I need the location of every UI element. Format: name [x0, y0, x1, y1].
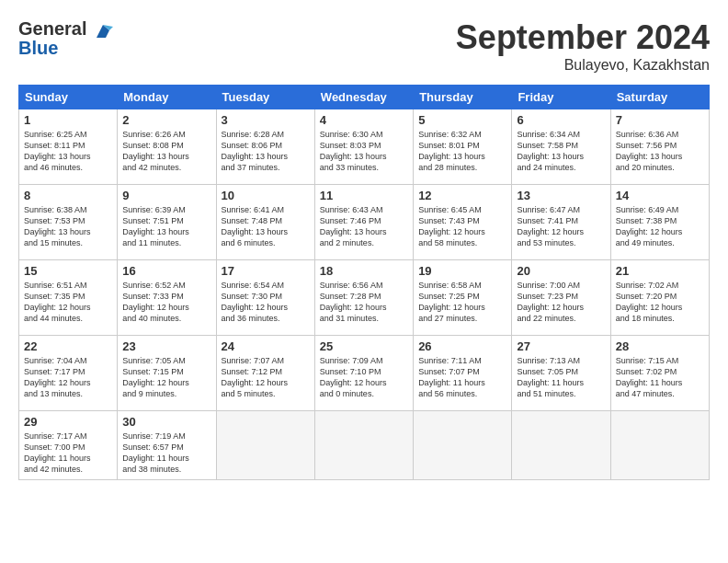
day-info: Sunrise: 6:25 AMSunset: 8:11 PMDaylight:…: [24, 129, 112, 174]
day-info: Sunrise: 7:00 AMSunset: 7:23 PMDaylight:…: [517, 280, 605, 325]
calendar-cell: 30Sunrise: 7:19 AMSunset: 6:57 PMDayligh…: [118, 411, 216, 480]
day-number: 7: [616, 113, 704, 127]
calendar-cell: 18Sunrise: 6:56 AMSunset: 7:28 PMDayligh…: [314, 260, 413, 336]
page: General Blue September 2024 Bulayevo, Ka…: [0, 0, 728, 563]
day-info: Sunrise: 7:17 AMSunset: 7:00 PMDaylight:…: [24, 431, 112, 476]
day-info: Sunrise: 7:11 AMSunset: 7:07 PMDaylight:…: [418, 355, 506, 400]
day-info: Sunrise: 7:09 AMSunset: 7:10 PMDaylight:…: [320, 355, 408, 400]
day-info: Sunrise: 6:32 AMSunset: 8:01 PMDaylight:…: [418, 129, 506, 174]
day-number: 29: [24, 415, 112, 429]
day-info: Sunrise: 6:28 AMSunset: 8:06 PMDaylight:…: [222, 129, 310, 174]
day-number: 13: [517, 189, 605, 202]
day-number: 23: [122, 339, 210, 353]
header: General Blue September 2024 Bulayevo, Ka…: [18, 18, 710, 74]
day-info: Sunrise: 6:58 AMSunset: 7:25 PMDaylight:…: [418, 280, 506, 325]
logo: General Blue: [18, 18, 115, 59]
day-info: Sunrise: 6:49 AMSunset: 7:38 PMDaylight:…: [616, 204, 704, 249]
day-number: 28: [616, 339, 704, 353]
day-info: Sunrise: 6:30 AMSunset: 8:03 PMDaylight:…: [320, 129, 408, 174]
day-number: 21: [616, 264, 704, 278]
day-number: 2: [122, 113, 210, 127]
calendar-cell: 7Sunrise: 6:36 AMSunset: 7:56 PMDaylight…: [610, 109, 709, 185]
calendar-cell: 6Sunrise: 6:34 AMSunset: 7:58 PMDaylight…: [512, 109, 610, 185]
day-info: Sunrise: 6:39 AMSunset: 7:51 PMDaylight:…: [122, 204, 210, 249]
calendar-cell: 4Sunrise: 6:30 AMSunset: 8:03 PMDaylight…: [314, 109, 413, 185]
day-number: 3: [222, 113, 310, 127]
logo-icon: [93, 21, 113, 41]
calendar-cell: 14Sunrise: 6:49 AMSunset: 7:38 PMDayligh…: [610, 185, 709, 260]
day-number: 24: [222, 339, 310, 353]
calendar-cell: [216, 411, 314, 480]
day-info: Sunrise: 6:45 AMSunset: 7:43 PMDaylight:…: [418, 204, 506, 249]
day-number: 11: [320, 189, 408, 202]
day-number: 4: [320, 113, 408, 127]
col-tuesday: Tuesday: [216, 86, 314, 109]
calendar-cell: 28Sunrise: 7:15 AMSunset: 7:02 PMDayligh…: [610, 336, 709, 411]
day-number: 26: [418, 339, 506, 353]
day-number: 20: [517, 264, 605, 278]
calendar-cell: 21Sunrise: 7:02 AMSunset: 7:20 PMDayligh…: [610, 260, 709, 336]
header-row: Sunday Monday Tuesday Wednesday Thursday…: [19, 86, 710, 109]
day-number: 6: [517, 113, 605, 127]
day-number: 19: [418, 264, 506, 278]
calendar-cell: 25Sunrise: 7:09 AMSunset: 7:10 PMDayligh…: [314, 336, 413, 411]
month-title: September 2024: [456, 18, 710, 57]
title-block: September 2024 Bulayevo, Kazakhstan: [456, 18, 710, 74]
day-number: 12: [418, 189, 506, 202]
calendar-week-row: 22Sunrise: 7:04 AMSunset: 7:17 PMDayligh…: [19, 336, 710, 411]
calendar-cell: 16Sunrise: 6:52 AMSunset: 7:33 PMDayligh…: [118, 260, 216, 336]
day-number: 18: [320, 264, 408, 278]
day-number: 10: [222, 189, 310, 202]
day-info: Sunrise: 7:19 AMSunset: 6:57 PMDaylight:…: [122, 431, 210, 476]
day-number: 9: [122, 189, 210, 202]
day-number: 30: [122, 415, 210, 429]
day-number: 14: [616, 189, 704, 202]
calendar-cell: [610, 411, 709, 480]
logo-general: General: [18, 18, 86, 39]
calendar-cell: 15Sunrise: 6:51 AMSunset: 7:35 PMDayligh…: [19, 260, 118, 336]
day-info: Sunrise: 6:36 AMSunset: 7:56 PMDaylight:…: [616, 129, 704, 174]
day-number: 5: [418, 113, 506, 127]
calendar-cell: 22Sunrise: 7:04 AMSunset: 7:17 PMDayligh…: [19, 336, 118, 411]
calendar-cell: 17Sunrise: 6:54 AMSunset: 7:30 PMDayligh…: [216, 260, 314, 336]
day-info: Sunrise: 7:07 AMSunset: 7:12 PMDaylight:…: [222, 355, 310, 400]
calendar-cell: 26Sunrise: 7:11 AMSunset: 7:07 PMDayligh…: [414, 336, 512, 411]
calendar-cell: 23Sunrise: 7:05 AMSunset: 7:15 PMDayligh…: [118, 336, 216, 411]
day-info: Sunrise: 7:02 AMSunset: 7:20 PMDaylight:…: [616, 280, 704, 325]
calendar-cell: 29Sunrise: 7:17 AMSunset: 7:00 PMDayligh…: [19, 411, 118, 480]
col-thursday: Thursday: [414, 86, 512, 109]
calendar-cell: 1Sunrise: 6:25 AMSunset: 8:11 PMDaylight…: [19, 109, 118, 185]
col-friday: Friday: [512, 86, 610, 109]
col-sunday: Sunday: [19, 86, 118, 109]
day-number: 27: [517, 339, 605, 353]
calendar-cell: 12Sunrise: 6:45 AMSunset: 7:43 PMDayligh…: [414, 185, 512, 260]
day-info: Sunrise: 7:05 AMSunset: 7:15 PMDaylight:…: [122, 355, 210, 400]
day-info: Sunrise: 6:38 AMSunset: 7:53 PMDaylight:…: [24, 204, 112, 249]
calendar-cell: 20Sunrise: 7:00 AMSunset: 7:23 PMDayligh…: [512, 260, 610, 336]
day-info: Sunrise: 7:15 AMSunset: 7:02 PMDaylight:…: [616, 355, 704, 400]
day-number: 17: [222, 264, 310, 278]
day-number: 16: [122, 264, 210, 278]
calendar-cell: 24Sunrise: 7:07 AMSunset: 7:12 PMDayligh…: [216, 336, 314, 411]
calendar-cell: 13Sunrise: 6:47 AMSunset: 7:41 PMDayligh…: [512, 185, 610, 260]
day-number: 15: [24, 264, 112, 278]
day-info: Sunrise: 6:43 AMSunset: 7:46 PMDaylight:…: [320, 204, 408, 249]
day-info: Sunrise: 6:54 AMSunset: 7:30 PMDaylight:…: [222, 280, 310, 325]
day-number: 22: [24, 339, 112, 353]
calendar-week-row: 1Sunrise: 6:25 AMSunset: 8:11 PMDaylight…: [19, 109, 710, 185]
day-info: Sunrise: 6:26 AMSunset: 8:08 PMDaylight:…: [122, 129, 210, 174]
calendar-week-row: 8Sunrise: 6:38 AMSunset: 7:53 PMDaylight…: [19, 185, 710, 260]
col-saturday: Saturday: [610, 86, 709, 109]
day-info: Sunrise: 6:47 AMSunset: 7:41 PMDaylight:…: [517, 204, 605, 249]
calendar-cell: 11Sunrise: 6:43 AMSunset: 7:46 PMDayligh…: [314, 185, 413, 260]
calendar-cell: [414, 411, 512, 480]
day-info: Sunrise: 7:04 AMSunset: 7:17 PMDaylight:…: [24, 355, 112, 400]
day-info: Sunrise: 6:51 AMSunset: 7:35 PMDaylight:…: [24, 280, 112, 325]
day-info: Sunrise: 6:52 AMSunset: 7:33 PMDaylight:…: [122, 280, 210, 325]
calendar-cell: 8Sunrise: 6:38 AMSunset: 7:53 PMDaylight…: [19, 185, 118, 260]
calendar-cell: 27Sunrise: 7:13 AMSunset: 7:05 PMDayligh…: [512, 336, 610, 411]
calendar-week-row: 15Sunrise: 6:51 AMSunset: 7:35 PMDayligh…: [19, 260, 710, 336]
calendar-cell: 3Sunrise: 6:28 AMSunset: 8:06 PMDaylight…: [216, 109, 314, 185]
calendar-cell: 10Sunrise: 6:41 AMSunset: 7:48 PMDayligh…: [216, 185, 314, 260]
day-info: Sunrise: 7:13 AMSunset: 7:05 PMDaylight:…: [517, 355, 605, 400]
